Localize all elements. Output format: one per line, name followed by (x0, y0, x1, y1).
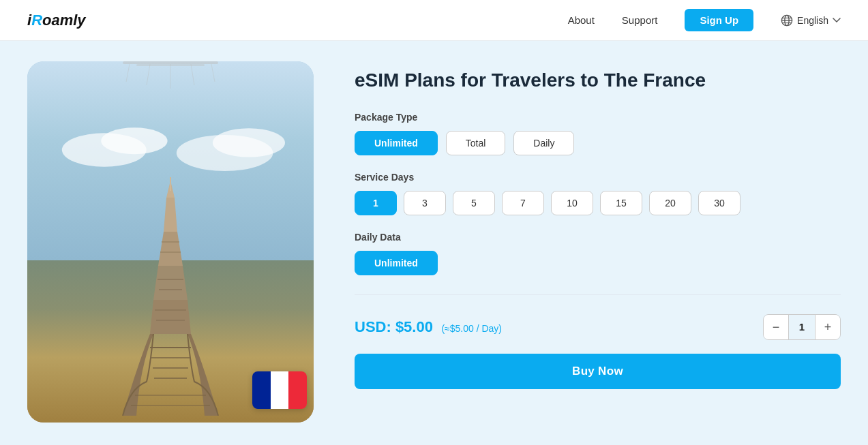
destination-image (27, 61, 314, 423)
chandelier-decoration (109, 61, 232, 102)
day-5-button[interactable]: 5 (453, 191, 495, 215)
service-days-label: Service Days (355, 172, 841, 183)
nav-about[interactable]: About (568, 14, 595, 26)
price-per-day: (≈$5.00 / Day) (441, 323, 502, 334)
package-daily-button[interactable]: Daily (513, 131, 574, 155)
svg-line-33 (211, 64, 215, 82)
header: iRoamly About Support Sign Up English (0, 0, 868, 41)
day-15-button[interactable]: 15 (600, 191, 642, 215)
product-section: eSIM Plans for Travelers to The France P… (355, 61, 841, 389)
svg-marker-9 (150, 300, 191, 334)
quantity-increase-button[interactable]: + (815, 315, 840, 339)
package-total-button[interactable]: Total (446, 131, 506, 155)
service-days-section: Service Days 1 3 5 7 10 15 20 30 (355, 172, 841, 215)
logo: iRoamly (27, 12, 86, 29)
daily-data-label: Daily Data (355, 232, 841, 243)
package-unlimited-button[interactable]: Unlimited (355, 131, 438, 155)
product-title: eSIM Plans for Travelers to The France (355, 68, 841, 93)
eiffel-tower-svg (116, 177, 225, 423)
main-content: eSIM Plans for Travelers to The France P… (0, 41, 868, 443)
svg-rect-27 (123, 61, 218, 64)
image-section (27, 61, 314, 423)
price-value: USD: $5.00 (355, 318, 433, 335)
country-flag (252, 371, 307, 409)
day-20-button[interactable]: 20 (649, 191, 691, 215)
flag-white-stripe (271, 371, 289, 409)
quantity-control: − 1 + (763, 314, 841, 340)
svg-point-6 (101, 127, 167, 154)
daily-data-unlimited-button[interactable]: Unlimited (355, 251, 438, 275)
globe-icon (781, 14, 793, 27)
day-1-button[interactable]: 1 (355, 191, 397, 215)
price-display: USD: $5.00 (≈$5.00 / Day) (355, 318, 502, 336)
daily-data-section: Daily Data Unlimited (355, 232, 841, 295)
svg-line-30 (147, 64, 150, 85)
svg-marker-14 (153, 266, 188, 300)
svg-rect-24 (170, 177, 171, 191)
svg-line-32 (191, 64, 194, 85)
language-selector[interactable]: English (781, 14, 841, 27)
day-3-button[interactable]: 3 (404, 191, 446, 215)
quantity-value: 1 (788, 315, 815, 339)
flag-blue-stripe (252, 371, 271, 409)
signup-button[interactable]: Sign Up (685, 9, 753, 31)
quantity-decrease-button[interactable]: − (764, 315, 788, 339)
price-row: USD: $5.00 (≈$5.00 / Day) − 1 + (355, 314, 841, 340)
package-type-section: Package Type Unlimited Total Daily (355, 112, 841, 155)
day-7-button[interactable]: 7 (502, 191, 544, 215)
svg-point-8 (213, 128, 285, 157)
clouds-decoration (56, 116, 285, 184)
language-label: English (797, 15, 828, 26)
service-days-buttons: 1 3 5 7 10 15 20 30 (355, 191, 841, 215)
nav: About Support Sign Up English (568, 9, 841, 31)
flag-red-stripe (288, 371, 307, 409)
chevron-down-icon (833, 18, 841, 23)
buy-now-button[interactable]: Buy Now (355, 354, 841, 389)
day-30-button[interactable]: 30 (698, 191, 740, 215)
package-type-buttons: Unlimited Total Daily (355, 131, 841, 155)
svg-marker-19 (158, 232, 183, 266)
day-10-button[interactable]: 10 (551, 191, 593, 215)
svg-marker-22 (164, 198, 177, 232)
nav-support[interactable]: Support (622, 14, 658, 26)
package-type-label: Package Type (355, 112, 841, 123)
svg-line-29 (126, 64, 130, 82)
